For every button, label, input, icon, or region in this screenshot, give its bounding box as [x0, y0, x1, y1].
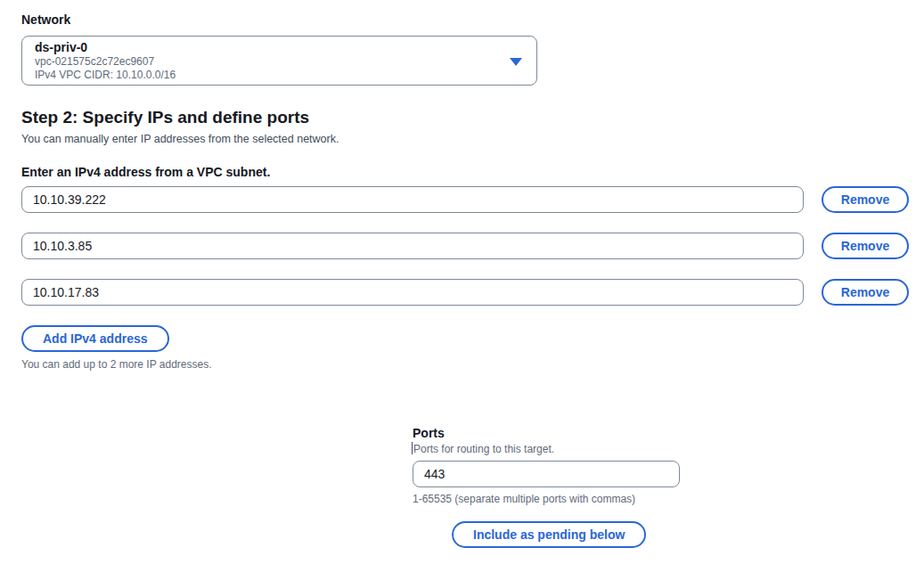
- remove-button[interactable]: Remove: [822, 279, 909, 306]
- remove-button[interactable]: Remove: [822, 233, 909, 259]
- ipv4-address-input[interactable]: [21, 279, 804, 306]
- register-targets-page: Network ds-priv-0 vpc-021575c2c72ec9607 …: [0, 0, 924, 564]
- step2-description: You can manually enter IP addresses from…: [21, 133, 339, 145]
- text-cursor: [412, 442, 413, 454]
- ipv4-address-input[interactable]: [21, 186, 804, 213]
- network-label: Network: [21, 12, 70, 27]
- network-selected-cidr: IPv4 VPC CIDR: 10.10.0.0/16: [35, 69, 506, 82]
- ports-constraint-text: 1-65535 (separate multiple ports with co…: [413, 493, 635, 505]
- network-select[interactable]: ds-priv-0 vpc-021575c2c72ec9607 IPv4 VPC…: [21, 36, 537, 86]
- add-ipv4-address-button[interactable]: Add IPv4 address: [21, 325, 169, 352]
- chevron-down-icon: [510, 58, 522, 66]
- ports-input[interactable]: [413, 461, 680, 487]
- network-selected-name: ds-priv-0: [35, 39, 506, 55]
- add-ip-helper-text: You can add up to 2 more IP addresses.: [21, 358, 211, 371]
- step2-heading: Step 2: Specify IPs and define ports: [21, 108, 309, 127]
- include-as-pending-button[interactable]: Include as pending below: [452, 521, 646, 548]
- network-selected-vpc: vpc-021575c2c72ec9607: [35, 55, 506, 69]
- ipv4-address-label: Enter an IPv4 address from a VPC subnet.: [21, 165, 270, 179]
- ports-description: Ports for routing to this target.: [413, 443, 554, 455]
- remove-button[interactable]: Remove: [822, 186, 909, 213]
- ports-label: Ports: [413, 426, 445, 440]
- ipv4-address-input[interactable]: [21, 233, 804, 259]
